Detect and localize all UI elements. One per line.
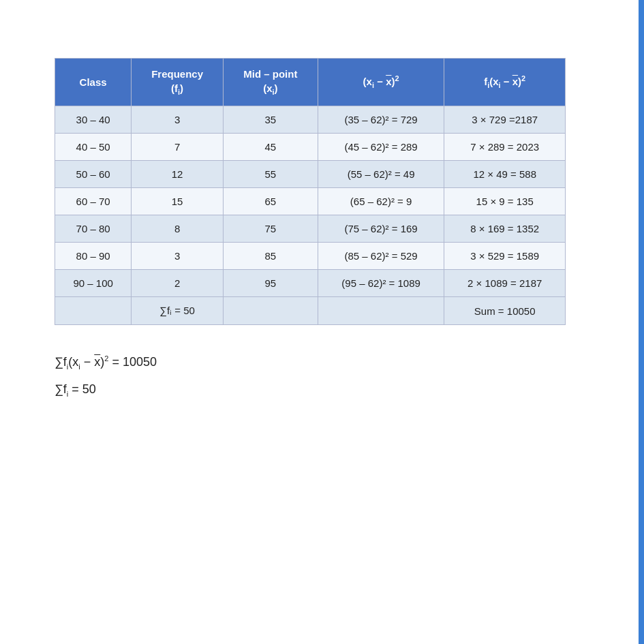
cell-3-4: 15 × 9 = 135 <box>444 188 566 215</box>
cell-1-1: 7 <box>132 134 224 161</box>
cell-3-3: (65 – 62)² = 9 <box>318 188 444 215</box>
cell-2-1: 12 <box>132 161 224 188</box>
cell-0-4: 3 × 729 =2187 <box>444 106 566 134</box>
formula-line-1: ∑fi(xi − x)2 = 10050 <box>55 350 600 374</box>
summary-frequency: ∑fᵢ = 50 <box>132 297 224 325</box>
cell-1-0: 40 – 50 <box>55 134 132 161</box>
cell-2-2: 55 <box>223 161 318 188</box>
summary-empty-class <box>55 297 132 325</box>
col-midpoint: Mid – point(xi) <box>223 59 318 106</box>
table-row: 90 – 100295(95 – 62)² = 10892 × 1089 = 2… <box>55 270 566 297</box>
cell-4-3: (75 – 62)² = 169 <box>318 215 444 243</box>
cell-6-1: 2 <box>132 270 224 297</box>
cell-5-4: 3 × 529 = 1589 <box>444 243 566 270</box>
cell-4-2: 75 <box>223 215 318 243</box>
cell-3-1: 15 <box>132 188 224 215</box>
summary-empty-midpoint <box>223 297 318 325</box>
col-deviation-sq: (xi − x)2 <box>318 59 444 106</box>
cell-6-2: 95 <box>223 270 318 297</box>
cell-6-3: (95 – 62)² = 1089 <box>318 270 444 297</box>
table-row: 60 – 701565(65 – 62)² = 915 × 9 = 135 <box>55 188 566 215</box>
cell-1-2: 45 <box>223 134 318 161</box>
cell-3-2: 65 <box>223 188 318 215</box>
formulas-section: ∑fi(xi − x)2 = 10050 ∑fi = 50 <box>55 350 600 401</box>
cell-4-0: 70 – 80 <box>55 215 132 243</box>
variance-table: Class Frequency(fi) Mid – point(xi) (xi … <box>55 58 566 325</box>
cell-2-0: 50 – 60 <box>55 161 132 188</box>
cell-0-3: (35 – 62)² = 729 <box>318 106 444 134</box>
cell-5-1: 3 <box>132 243 224 270</box>
cell-2-4: 12 × 49 = 588 <box>444 161 566 188</box>
summary-empty-dev <box>318 297 444 325</box>
formula-text-2: ∑fi = 50 <box>55 377 96 401</box>
summary-fi-dev-sq-sum: Sum = 10050 <box>444 297 566 325</box>
formula-text-1: ∑fi(xi − x)2 = 10050 <box>55 350 157 374</box>
table-row: 30 – 40335(35 – 62)² = 7293 × 729 =2187 <box>55 106 566 134</box>
table-row: 50 – 601255(55 – 62)² = 4912 × 49 = 588 <box>55 161 566 188</box>
col-frequency: Frequency(fi) <box>132 59 224 106</box>
table-wrapper: Class Frequency(fi) Mid – point(xi) (xi … <box>55 58 566 325</box>
cell-0-0: 30 – 40 <box>55 106 132 134</box>
formula-line-2: ∑fi = 50 <box>55 377 600 401</box>
cell-5-0: 80 – 90 <box>55 243 132 270</box>
table-row: 80 – 90385(85 – 62)² = 5293 × 529 = 1589 <box>55 243 566 270</box>
cell-1-3: (45 – 62)² = 289 <box>318 134 444 161</box>
cell-4-1: 8 <box>132 215 224 243</box>
cell-3-0: 60 – 70 <box>55 188 132 215</box>
cell-5-3: (85 – 62)² = 529 <box>318 243 444 270</box>
cell-4-4: 8 × 169 = 1352 <box>444 215 566 243</box>
table-row: 40 – 50745(45 – 62)² = 2897 × 289 = 2023 <box>55 134 566 161</box>
page-container: Class Frequency(fi) Mid – point(xi) (xi … <box>0 0 627 425</box>
col-fi-dev-sq: fi(xi − x)2 <box>444 59 566 106</box>
col-class: Class <box>55 59 132 106</box>
cell-1-4: 7 × 289 = 2023 <box>444 134 566 161</box>
right-bar <box>639 0 644 644</box>
cell-6-4: 2 × 1089 = 2187 <box>444 270 566 297</box>
cell-5-2: 85 <box>223 243 318 270</box>
cell-2-3: (55 – 62)² = 49 <box>318 161 444 188</box>
table-summary-row: ∑fᵢ = 50Sum = 10050 <box>55 297 566 325</box>
table-row: 70 – 80875(75 – 62)² = 1698 × 169 = 1352 <box>55 215 566 243</box>
cell-6-0: 90 – 100 <box>55 270 132 297</box>
cell-0-2: 35 <box>223 106 318 134</box>
cell-0-1: 3 <box>132 106 224 134</box>
table-header-row: Class Frequency(fi) Mid – point(xi) (xi … <box>55 59 566 106</box>
